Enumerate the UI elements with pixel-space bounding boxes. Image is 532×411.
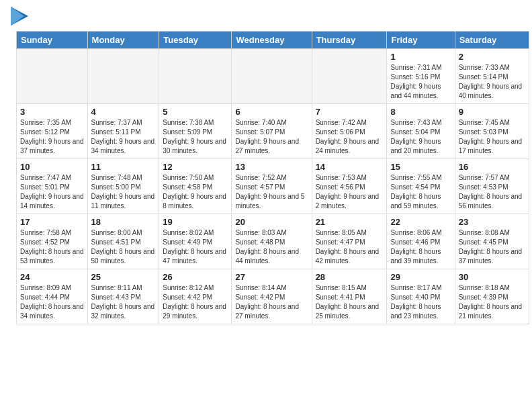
cal-cell: 12Sunrise: 7:50 AM Sunset: 4:58 PM Dayli… [159, 159, 232, 214]
cal-cell: 9Sunrise: 7:45 AM Sunset: 5:03 PM Daylig… [455, 104, 529, 159]
day-header-thursday: Thursday [312, 32, 387, 49]
cell-info: Sunrise: 7:55 AM Sunset: 4:54 PM Dayligh… [390, 173, 451, 211]
cell-info: Sunrise: 8:18 AM Sunset: 4:39 PM Dayligh… [459, 283, 525, 321]
cal-cell: 27Sunrise: 8:14 AM Sunset: 4:42 PM Dayli… [232, 269, 312, 324]
day-number: 30 [459, 272, 525, 282]
cal-cell: 28Sunrise: 8:15 AM Sunset: 4:41 PM Dayli… [312, 269, 387, 324]
calendar: SundayMondayTuesdayWednesdayThursdayFrid… [16, 31, 529, 324]
day-number: 4 [91, 107, 156, 117]
logo-icon [11, 7, 28, 26]
cell-info: Sunrise: 8:00 AM Sunset: 4:51 PM Dayligh… [91, 228, 156, 266]
day-number: 16 [459, 162, 525, 172]
cell-info: Sunrise: 8:11 AM Sunset: 4:43 PM Dayligh… [91, 283, 156, 321]
cal-cell: 2Sunrise: 7:33 AM Sunset: 5:14 PM Daylig… [455, 49, 529, 104]
day-number: 22 [390, 217, 451, 227]
cell-info: Sunrise: 7:37 AM Sunset: 5:11 PM Dayligh… [91, 118, 156, 156]
cell-info: Sunrise: 8:12 AM Sunset: 4:42 PM Dayligh… [163, 283, 228, 321]
cal-cell: 1Sunrise: 7:31 AM Sunset: 5:16 PM Daylig… [387, 49, 455, 104]
cal-cell: 3Sunrise: 7:35 AM Sunset: 5:12 PM Daylig… [17, 104, 88, 159]
cell-info: Sunrise: 7:52 AM Sunset: 4:57 PM Dayligh… [235, 173, 308, 211]
logo [9, 7, 28, 26]
cell-info: Sunrise: 7:42 AM Sunset: 5:06 PM Dayligh… [316, 118, 384, 156]
day-number: 23 [459, 217, 525, 227]
cell-info: Sunrise: 7:35 AM Sunset: 5:12 PM Dayligh… [20, 118, 84, 156]
cell-info: Sunrise: 7:40 AM Sunset: 5:07 PM Dayligh… [235, 118, 308, 156]
day-number: 3 [20, 107, 84, 117]
cal-cell: 20Sunrise: 8:03 AM Sunset: 4:48 PM Dayli… [232, 214, 312, 269]
cal-cell: 10Sunrise: 7:47 AM Sunset: 5:01 PM Dayli… [17, 159, 88, 214]
cell-info: Sunrise: 7:57 AM Sunset: 4:53 PM Dayligh… [459, 173, 525, 211]
cal-cell: 22Sunrise: 8:06 AM Sunset: 4:46 PM Dayli… [387, 214, 455, 269]
cell-info: Sunrise: 8:05 AM Sunset: 4:47 PM Dayligh… [316, 228, 384, 266]
cal-cell: 30Sunrise: 8:18 AM Sunset: 4:39 PM Dayli… [455, 269, 529, 324]
day-header-sunday: Sunday [17, 32, 88, 49]
day-number: 9 [459, 107, 525, 117]
cell-info: Sunrise: 7:50 AM Sunset: 4:58 PM Dayligh… [163, 173, 228, 211]
day-number: 24 [20, 272, 84, 282]
day-number: 18 [91, 217, 156, 227]
day-number: 6 [235, 107, 308, 117]
day-number: 21 [316, 217, 384, 227]
cell-info: Sunrise: 7:58 AM Sunset: 4:52 PM Dayligh… [20, 228, 84, 266]
cell-info: Sunrise: 7:33 AM Sunset: 5:14 PM Dayligh… [459, 63, 525, 101]
cal-cell: 21Sunrise: 8:05 AM Sunset: 4:47 PM Dayli… [312, 214, 387, 269]
day-number: 2 [459, 52, 525, 62]
day-number: 10 [20, 162, 84, 172]
day-number: 15 [390, 162, 451, 172]
cal-cell: 19Sunrise: 8:02 AM Sunset: 4:49 PM Dayli… [159, 214, 232, 269]
cell-info: Sunrise: 8:06 AM Sunset: 4:46 PM Dayligh… [390, 228, 451, 266]
cal-cell: 29Sunrise: 8:17 AM Sunset: 4:40 PM Dayli… [387, 269, 455, 324]
day-header-wednesday: Wednesday [232, 32, 312, 49]
cell-info: Sunrise: 8:03 AM Sunset: 4:48 PM Dayligh… [235, 228, 308, 266]
cell-info: Sunrise: 8:02 AM Sunset: 4:49 PM Dayligh… [163, 228, 228, 266]
day-number: 12 [163, 162, 228, 172]
cell-info: Sunrise: 7:53 AM Sunset: 4:56 PM Dayligh… [316, 173, 384, 211]
day-number: 19 [163, 217, 228, 227]
day-number: 27 [235, 272, 308, 282]
cal-cell: 14Sunrise: 7:53 AM Sunset: 4:56 PM Dayli… [312, 159, 387, 214]
cell-info: Sunrise: 8:17 AM Sunset: 4:40 PM Dayligh… [390, 283, 451, 321]
cal-cell: 24Sunrise: 8:09 AM Sunset: 4:44 PM Dayli… [17, 269, 88, 324]
cal-cell: 17Sunrise: 7:58 AM Sunset: 4:52 PM Dayli… [17, 214, 88, 269]
day-header-friday: Friday [387, 32, 455, 49]
cal-cell: 13Sunrise: 7:52 AM Sunset: 4:57 PM Dayli… [232, 159, 312, 214]
cal-cell: 5Sunrise: 7:38 AM Sunset: 5:09 PM Daylig… [159, 104, 232, 159]
day-number: 11 [91, 162, 156, 172]
cell-info: Sunrise: 8:15 AM Sunset: 4:41 PM Dayligh… [316, 283, 384, 321]
day-number: 26 [163, 272, 228, 282]
day-number: 13 [235, 162, 308, 172]
cal-cell: 18Sunrise: 8:00 AM Sunset: 4:51 PM Dayli… [87, 214, 159, 269]
day-header-monday: Monday [87, 32, 159, 49]
cell-info: Sunrise: 7:38 AM Sunset: 5:09 PM Dayligh… [163, 118, 228, 156]
cell-info: Sunrise: 8:09 AM Sunset: 4:44 PM Dayligh… [20, 283, 84, 321]
cal-cell: 25Sunrise: 8:11 AM Sunset: 4:43 PM Dayli… [87, 269, 159, 324]
day-number: 29 [390, 272, 451, 282]
cell-info: Sunrise: 7:45 AM Sunset: 5:03 PM Dayligh… [459, 118, 525, 156]
cal-cell: 23Sunrise: 8:08 AM Sunset: 4:45 PM Dayli… [455, 214, 529, 269]
cal-cell: 6Sunrise: 7:40 AM Sunset: 5:07 PM Daylig… [232, 104, 312, 159]
cell-info: Sunrise: 7:47 AM Sunset: 5:01 PM Dayligh… [20, 173, 84, 211]
cell-info: Sunrise: 8:14 AM Sunset: 4:42 PM Dayligh… [235, 283, 308, 321]
day-number: 17 [20, 217, 84, 227]
cal-cell: 4Sunrise: 7:37 AM Sunset: 5:11 PM Daylig… [87, 104, 159, 159]
cell-info: Sunrise: 7:48 AM Sunset: 5:00 PM Dayligh… [91, 173, 156, 211]
day-number: 7 [316, 107, 384, 117]
day-number: 28 [316, 272, 384, 282]
day-number: 20 [235, 217, 308, 227]
cal-cell [87, 49, 159, 104]
cell-info: Sunrise: 7:31 AM Sunset: 5:16 PM Dayligh… [390, 63, 451, 101]
day-number: 1 [390, 52, 451, 62]
cal-cell: 15Sunrise: 7:55 AM Sunset: 4:54 PM Dayli… [387, 159, 455, 214]
svg-marker-1 [11, 7, 24, 26]
day-number: 5 [163, 107, 228, 117]
cal-cell: 11Sunrise: 7:48 AM Sunset: 5:00 PM Dayli… [87, 159, 159, 214]
cell-info: Sunrise: 8:08 AM Sunset: 4:45 PM Dayligh… [459, 228, 525, 266]
cal-cell [17, 49, 88, 104]
cal-cell: 26Sunrise: 8:12 AM Sunset: 4:42 PM Dayli… [159, 269, 232, 324]
cal-cell: 16Sunrise: 7:57 AM Sunset: 4:53 PM Dayli… [455, 159, 529, 214]
cell-info: Sunrise: 7:43 AM Sunset: 5:04 PM Dayligh… [390, 118, 451, 156]
day-number: 25 [91, 272, 156, 282]
day-number: 14 [316, 162, 384, 172]
day-number: 8 [390, 107, 451, 117]
cal-cell: 7Sunrise: 7:42 AM Sunset: 5:06 PM Daylig… [312, 104, 387, 159]
